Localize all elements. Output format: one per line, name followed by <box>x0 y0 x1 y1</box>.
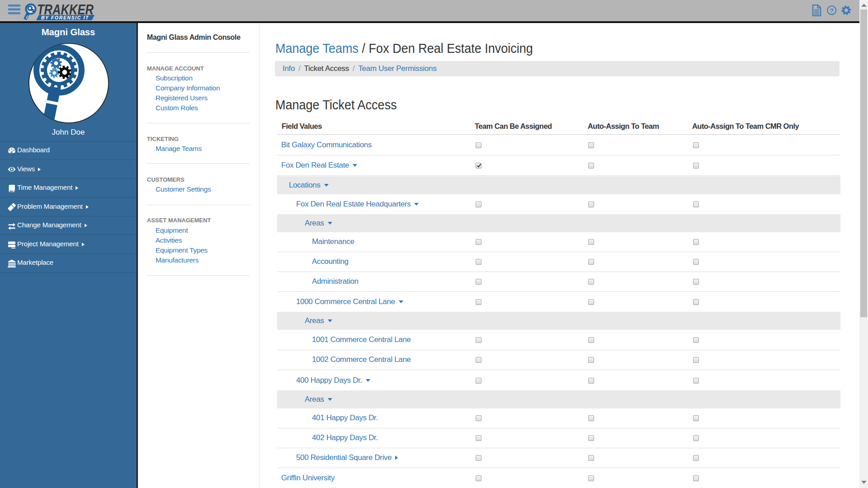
svg-text:?: ? <box>830 7 834 14</box>
svg-text:TRAKKER: TRAKKER <box>37 1 94 18</box>
